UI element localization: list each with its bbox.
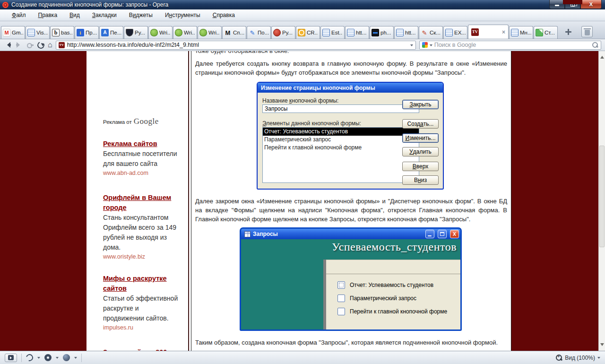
tab-mn[interactable]: Мн...	[509, 26, 533, 39]
window-title: Создание подчиненной кнопочной формы: за…	[11, 1, 168, 8]
tab-htt2[interactable]: htt...	[394, 26, 418, 39]
search-input[interactable]	[434, 42, 590, 48]
ads-sidebar: Реклама от Google Реклама сайтов Бесплат…	[86, 51, 189, 351]
ads-by-google: Реклама от Google	[103, 117, 182, 126]
tab-pr[interactable]: iПр...	[75, 26, 99, 39]
search-engine-dropdown-icon[interactable]	[430, 44, 432, 48]
tab-sk[interactable]: ✎Ск...	[419, 26, 443, 39]
url-field[interactable]: TV	[56, 41, 416, 50]
opera-logo-icon	[2, 2, 9, 8]
switchboard-name-input[interactable]	[262, 104, 419, 113]
panels-toggle-button[interactable]	[5, 354, 17, 362]
tab-wri2[interactable]: Wri...	[173, 26, 197, 39]
search-icon[interactable]	[592, 42, 598, 48]
form-minimize-button[interactable]	[425, 230, 434, 238]
closed-tabs-trash-button[interactable]	[581, 26, 593, 37]
go-to-main-switchboard-label: Перейти к главной кнопочной форме	[350, 308, 447, 315]
move-up-button[interactable]: Вверх	[402, 162, 439, 171]
unite-icon[interactable]	[44, 354, 52, 361]
tab-cr[interactable]: CR...	[296, 26, 320, 39]
tab-pe[interactable]: АПе...	[99, 26, 123, 39]
scroll-down-icon[interactable]	[600, 343, 604, 348]
tab-ru1[interactable]: Ру...	[124, 26, 148, 39]
menu-view[interactable]: Вид	[63, 10, 86, 20]
list-item[interactable]: Параметрический запрос	[263, 136, 419, 144]
page-icon	[347, 29, 354, 36]
menu-bookmarks[interactable]: Закладки	[86, 10, 123, 20]
tab-active-lessons-tva[interactable]: TV×	[468, 25, 509, 39]
forward-button[interactable]	[15, 41, 23, 49]
dialog-titlebar: Изменение страницы кнопочной формы	[258, 83, 443, 93]
search-field[interactable]	[419, 41, 601, 50]
tab-po[interactable]: ✎По...	[247, 26, 271, 39]
move-down-button[interactable]: Вниз	[402, 175, 439, 185]
menu-help[interactable]: Справка	[207, 10, 241, 20]
screenshot-edit-switchboard-dialog: Изменение страницы кнопочной формы Назва…	[257, 82, 444, 190]
panel-icon	[8, 355, 14, 360]
zoom-control[interactable]: + Вид (100%)	[555, 354, 600, 361]
tab-sp[interactable]: MСп...	[222, 26, 246, 39]
tab-vis[interactable]: Vis...	[26, 26, 50, 39]
tab-bar: MGm... Vis... bbas... iПр... АПе... Ру..…	[0, 21, 605, 39]
delete-button[interactable]: Удалить	[402, 147, 439, 156]
page-scrollbar[interactable]	[598, 51, 605, 351]
scrollbar-thumb[interactable]	[599, 146, 605, 247]
menu-tools[interactable]: Инструменты	[159, 10, 207, 20]
screenshot-queries-form-window: Запросы X Успеваемость_студентов Отчет: …	[240, 227, 462, 331]
tab-wri3[interactable]: Wri...	[198, 26, 222, 39]
ad-title-link[interactable]: Мифы о раскрутке сайтов	[103, 274, 182, 294]
url-input[interactable]	[67, 42, 408, 48]
menu-file[interactable]: Файл	[6, 10, 32, 20]
tab-st[interactable]: Ст...	[534, 26, 558, 39]
google-logo: Google	[134, 117, 159, 126]
tab-ex[interactable]: EX...	[443, 26, 467, 39]
tab-ph[interactable]: ph...	[370, 26, 394, 39]
zoom-dropdown-icon[interactable]	[597, 357, 600, 360]
tab-est[interactable]: Est...	[320, 26, 345, 39]
list-item[interactable]: Перейти к главной кнопочной форме	[263, 144, 419, 152]
home-button[interactable]: ⌂	[48, 41, 52, 49]
clock-icon	[298, 29, 305, 36]
turbo-icon[interactable]	[63, 354, 70, 361]
edit-button[interactable]: Изменить...	[402, 133, 439, 143]
tab-htt1[interactable]: htt...	[345, 26, 369, 39]
green-dot-icon	[199, 29, 207, 36]
report-label: Отчет: Успеваемость студентов	[350, 282, 433, 288]
url-dropdown-icon[interactable]	[410, 44, 413, 48]
list-item[interactable]: Отчет: Успеваемость студентов	[263, 128, 419, 136]
back-button[interactable]	[4, 41, 12, 49]
close-tab-icon[interactable]: ×	[502, 29, 505, 35]
ad-title-link[interactable]: Орифлейм в Вашем городе	[103, 193, 182, 213]
close-dialog-button[interactable]: Закрыть	[402, 100, 439, 109]
create-button[interactable]: Создать...	[402, 119, 439, 129]
go-to-main-switchboard-button[interactable]	[337, 308, 345, 315]
clipped-text-line: тоже будет отображаться в окне.	[195, 51, 507, 57]
switchboard-items-listbox[interactable]: Отчет: Успеваемость студентов Параметрич…	[262, 127, 419, 183]
form-close-button[interactable]: X	[450, 230, 459, 238]
close-button[interactable]: X	[580, 0, 602, 9]
address-bar: ⌂ TV	[0, 39, 605, 51]
ad-body: Бесплатные посетители для вашего сайта	[103, 149, 182, 169]
menu-widgets[interactable]: Виджеты	[123, 10, 159, 20]
tab-gmail[interactable]: MGm...	[1, 26, 25, 39]
wand-password-button[interactable]	[26, 42, 34, 48]
reload-button[interactable]	[36, 40, 45, 49]
scroll-up-icon[interactable]	[600, 54, 604, 59]
ad-title-link[interactable]: Закажи сайт за 800 грн.	[103, 347, 182, 351]
tab-wri1[interactable]: Wri...	[148, 26, 173, 39]
turbo-dropdown-icon[interactable]	[74, 357, 77, 360]
parametric-query-button[interactable]	[337, 295, 345, 302]
tab-ru2[interactable]: Ру...	[271, 26, 295, 39]
sync-icon[interactable]	[25, 353, 34, 362]
tab-bas[interactable]: bbas...	[50, 26, 74, 39]
report-button[interactable]	[337, 281, 345, 289]
ad-title-link[interactable]: Реклама сайтов	[103, 139, 182, 149]
sync-dropdown-icon[interactable]	[37, 357, 40, 360]
new-tab-button[interactable]	[562, 26, 574, 37]
parametric-query-label: Параметрический запрос	[350, 295, 416, 302]
unite-dropdown-icon[interactable]	[56, 357, 59, 360]
ad-body: Стань консультантом Орифлейм всего за 14…	[103, 213, 182, 252]
translate-icon: А	[101, 29, 109, 36]
menu-edit[interactable]: Правка	[32, 10, 64, 20]
form-maximize-button[interactable]	[438, 230, 447, 238]
